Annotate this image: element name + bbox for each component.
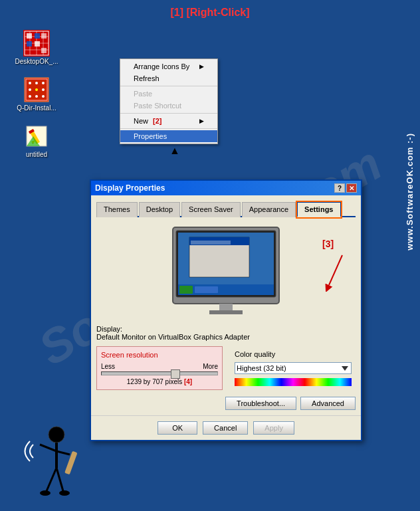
svg-rect-10 bbox=[27, 41, 32, 47]
tab-screensaver[interactable]: Screen Saver bbox=[181, 202, 241, 217]
slider-labels: Less More bbox=[101, 363, 218, 370]
untitled-icon bbox=[23, 123, 50, 150]
resolution-slider-track[interactable] bbox=[101, 371, 218, 375]
qdir-label: Q-Dir-Instal... bbox=[17, 104, 56, 112]
svg-point-18 bbox=[35, 82, 38, 84]
svg-line-53 bbox=[56, 468, 63, 491]
settings-columns: Screen resolution Less More 1239 by 707 … bbox=[96, 346, 356, 390]
svg-rect-41 bbox=[179, 286, 193, 294]
desktop-icon-untitled[interactable]: untitled bbox=[13, 123, 60, 158]
resolution-badge: [4] bbox=[184, 378, 192, 385]
apply-button[interactable]: Apply bbox=[253, 421, 294, 435]
untitled-label: untitled bbox=[26, 151, 47, 158]
dialog-titlebar: Display Properties ? ✕ bbox=[91, 181, 361, 195]
separator-2 bbox=[120, 113, 217, 114]
svg-rect-9 bbox=[35, 33, 40, 39]
desktop-icon-qdir[interactable]: Q-Dir-Instal... bbox=[13, 76, 60, 112]
svg-point-23 bbox=[29, 95, 31, 98]
cancel-button[interactable]: Cancel bbox=[203, 421, 248, 435]
svg-rect-13 bbox=[41, 48, 47, 53]
svg-point-21 bbox=[35, 88, 38, 91]
separator-3 bbox=[120, 128, 217, 129]
svg-point-19 bbox=[42, 82, 45, 84]
svg-rect-42 bbox=[195, 286, 218, 293]
dialog-footer: OK Cancel Apply bbox=[91, 415, 361, 440]
tab-settings[interactable]: Settings bbox=[297, 202, 340, 217]
menu-item-properties[interactable]: Properties bbox=[120, 130, 217, 142]
less-label: Less bbox=[101, 363, 115, 370]
help-button[interactable]: ? bbox=[334, 183, 345, 193]
svg-line-49 bbox=[40, 445, 56, 451]
svg-point-25 bbox=[42, 95, 45, 98]
monitor-preview-container bbox=[96, 224, 356, 322]
svg-point-47 bbox=[49, 427, 64, 443]
resolution-box: Screen resolution Less More 1239 by 707 … bbox=[96, 346, 223, 390]
svg-point-20 bbox=[29, 88, 31, 91]
svg-point-17 bbox=[29, 82, 31, 84]
svg-rect-12 bbox=[41, 33, 47, 39]
mouse-cursor: ▲ bbox=[169, 145, 180, 157]
resolution-value: 1239 by 707 pixels [4] bbox=[101, 378, 218, 385]
separator-1 bbox=[120, 86, 217, 86]
menu-item-paste-shortcut[interactable]: Paste Shortcut bbox=[120, 100, 217, 112]
annotation-text: [1] [Right-Click] bbox=[170, 7, 249, 18]
resolution-slider-thumb[interactable] bbox=[171, 369, 180, 379]
color-quality-select[interactable]: Highest (32 bit) Medium (16 bit) Low (8 … bbox=[235, 362, 352, 374]
tabs-container: Themes Desktop Screen Saver Appearance S… bbox=[96, 201, 356, 217]
dialog-content: Themes Desktop Screen Saver Appearance S… bbox=[91, 195, 361, 415]
svg-line-50 bbox=[56, 451, 70, 455]
desktop-icon-desktopok[interactable]: DesktopOK_... bbox=[13, 30, 60, 65]
display-properties-dialog: Display Properties ? ✕ Themes Desktop Sc… bbox=[90, 179, 362, 441]
troubleshoot-button[interactable]: Troubleshoot... bbox=[225, 397, 296, 410]
svg-point-22 bbox=[42, 88, 45, 91]
menu-item-refresh[interactable]: Refresh bbox=[120, 72, 217, 84]
titlebar-buttons: ? ✕ bbox=[334, 183, 357, 193]
display-info: Display: Default Monitor on VirtualBox G… bbox=[96, 325, 356, 341]
annotation-3: [3] bbox=[322, 239, 349, 294]
monitor-preview bbox=[163, 224, 289, 322]
bottom-action-buttons: Troubleshoot... Advanced bbox=[96, 397, 356, 410]
more-label: More bbox=[203, 363, 218, 370]
svg-rect-44 bbox=[209, 310, 243, 314]
color-label: Color quality bbox=[235, 350, 352, 358]
tab-desktop[interactable]: Desktop bbox=[139, 202, 180, 217]
ok-button[interactable]: OK bbox=[158, 421, 197, 435]
svg-rect-11 bbox=[35, 41, 40, 47]
svg-point-55 bbox=[59, 490, 70, 496]
tab-appearance[interactable]: Appearance bbox=[242, 202, 296, 217]
color-box: Color quality Highest (32 bit) Medium (1… bbox=[231, 346, 356, 390]
desktopok-icon bbox=[23, 30, 50, 56]
advanced-button[interactable]: Advanced bbox=[300, 397, 356, 410]
svg-line-52 bbox=[47, 468, 56, 491]
context-menu: Arrange Icons By ▶ Refresh Paste Paste S… bbox=[120, 58, 218, 144]
resolution-label: Screen resolution bbox=[101, 351, 218, 359]
qdir-icon bbox=[23, 76, 50, 103]
color-bar bbox=[235, 378, 352, 386]
desktopok-label: DesktopOK_... bbox=[15, 58, 58, 65]
side-watermark-text: www.SoftwareOK.com :-) bbox=[405, 133, 415, 251]
display-label: Display: bbox=[96, 325, 122, 333]
svg-rect-39 bbox=[191, 241, 231, 245]
display-value: Default Monitor on VirtualBox Graphics A… bbox=[96, 333, 250, 341]
menu-item-arrange[interactable]: Arrange Icons By ▶ bbox=[120, 60, 217, 72]
menu-item-paste[interactable]: Paste bbox=[120, 88, 217, 100]
monitor-svg bbox=[163, 224, 289, 320]
close-button[interactable]: ✕ bbox=[346, 183, 357, 193]
cricket-figure bbox=[20, 418, 86, 498]
svg-rect-43 bbox=[219, 304, 233, 310]
dialog-title: Display Properties bbox=[95, 183, 165, 193]
svg-rect-8 bbox=[27, 33, 32, 39]
svg-line-46 bbox=[329, 255, 342, 285]
svg-point-24 bbox=[35, 95, 38, 98]
svg-point-54 bbox=[40, 490, 51, 496]
menu-item-new[interactable]: New [2] ▶ bbox=[120, 115, 217, 127]
tab-themes[interactable]: Themes bbox=[96, 202, 138, 217]
top-annotation: [1] [Right-Click] bbox=[0, 7, 420, 19]
